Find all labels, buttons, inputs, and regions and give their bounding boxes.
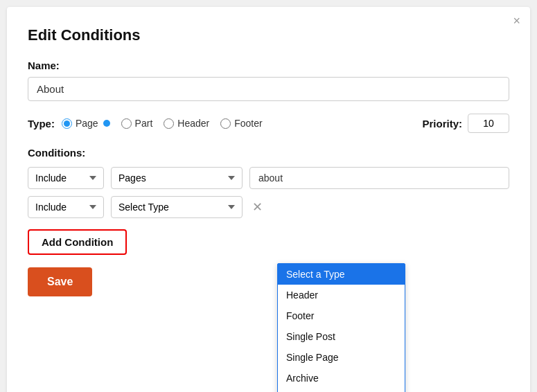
name-label: Name: — [28, 60, 509, 71]
type-page-radio[interactable] — [62, 118, 72, 129]
priority-input[interactable] — [468, 114, 509, 133]
type-header-label: Header — [177, 118, 209, 129]
page-radio-dot — [103, 120, 110, 127]
condition-row-1: Include Exclude Pages Header Footer — [28, 167, 509, 189]
type-select-2[interactable]: Select Type Pages Header Footer — [111, 196, 243, 218]
close-button[interactable]: × — [513, 14, 520, 28]
type-header-radio[interactable] — [164, 118, 174, 129]
include-select-2[interactable]: Include Exclude — [28, 196, 104, 218]
condition-value-1[interactable] — [249, 167, 509, 189]
dropdown-item-footer[interactable]: Footer — [278, 305, 405, 326]
remove-condition-2[interactable]: ✕ — [249, 201, 265, 213]
type-part-radio[interactable] — [121, 118, 132, 129]
type-page-label: Page — [76, 118, 98, 129]
dropdown-item-search-results[interactable]: Search Results — [278, 389, 405, 392]
condition-row-2: Include Exclude Select Type Pages Header… — [28, 196, 509, 218]
type-select-1[interactable]: Pages Header Footer — [111, 167, 243, 189]
dropdown-item-single-post[interactable]: Single Post — [278, 326, 405, 347]
type-radio-group: Page Part Header Footer — [62, 118, 423, 129]
edit-conditions-panel: × Edit Conditions Name: Type: Page Part … — [7, 7, 530, 392]
type-footer-label: Footer — [234, 118, 262, 129]
save-section: Save — [28, 267, 509, 296]
priority-label: Priority: — [422, 118, 462, 130]
include-select-1[interactable]: Include Exclude — [28, 167, 104, 189]
page-title: Edit Conditions — [28, 26, 509, 44]
type-priority-row: Type: Page Part Header Footer Priority: — [28, 114, 509, 133]
dropdown-item-select-a-type[interactable]: Select a Type — [278, 264, 405, 285]
type-header[interactable]: Header — [164, 118, 209, 129]
type-page[interactable]: Page — [62, 118, 110, 129]
conditions-label: Conditions: — [28, 147, 509, 159]
type-dropdown-overlay: Select a Type Header Footer Single Post … — [277, 263, 405, 392]
priority-section: Priority: — [422, 114, 509, 133]
dropdown-item-single-page[interactable]: Single Page — [278, 347, 405, 368]
dropdown-item-header[interactable]: Header — [278, 285, 405, 305]
name-input[interactable] — [28, 77, 509, 101]
add-condition-button[interactable]: Add Condition — [28, 229, 127, 255]
type-footer[interactable]: Footer — [220, 118, 262, 129]
dropdown-item-archive[interactable]: Archive — [278, 368, 405, 389]
type-label: Type: — [28, 118, 55, 130]
save-button[interactable]: Save — [28, 267, 92, 296]
type-footer-radio[interactable] — [220, 118, 231, 129]
type-part-label: Part — [135, 118, 153, 129]
type-part[interactable]: Part — [121, 118, 153, 129]
